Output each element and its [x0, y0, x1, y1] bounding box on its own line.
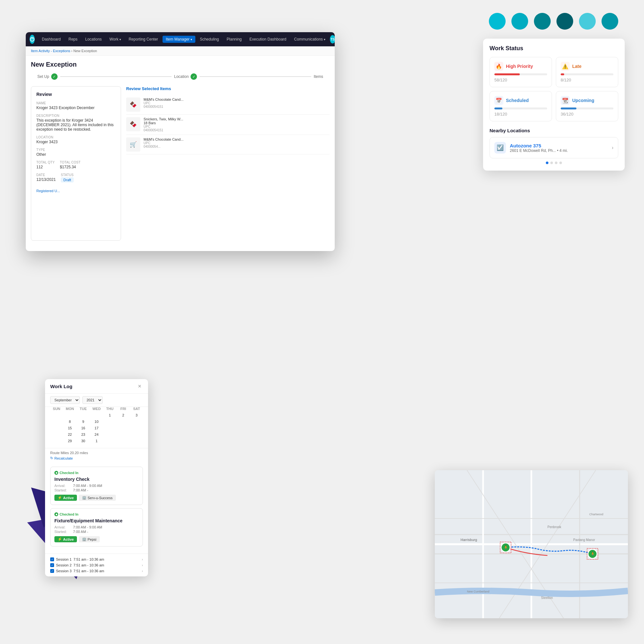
started-label-1: Started: [54, 488, 72, 492]
item-name-1: M&M's Chocolate Cand... [144, 98, 183, 101]
location-address: 2601 E McDowell Rd, Ph... • 4 mi. [510, 148, 608, 153]
cal-day[interactable]: 16 [77, 425, 89, 431]
cal-day[interactable]: 17 [90, 425, 103, 431]
breadcrumb-link[interactable]: Item Activity - Exceptions [31, 49, 70, 53]
cal-h-wed: WED [90, 407, 103, 411]
ws-late-label: Late [572, 64, 582, 69]
nav-scheduling[interactable]: Scheduling [197, 36, 222, 43]
item-thumb-2: 🍫 [126, 117, 140, 131]
cal-day[interactable]: 9 [77, 418, 89, 425]
work-log-title: Work Log [50, 384, 72, 389]
badge1-label-1: Active [63, 496, 74, 500]
nav-locations[interactable]: Locations [82, 36, 105, 43]
nav-dashboard[interactable]: Dashboard [39, 36, 64, 43]
session-chevron-3[interactable]: › [142, 569, 143, 573]
cal-day[interactable] [104, 425, 116, 431]
cal-day[interactable] [50, 418, 63, 425]
cal-day[interactable] [104, 431, 116, 438]
arrival-value-2: 7:00 AM - 9:00 AM [73, 525, 102, 529]
cal-day[interactable] [50, 431, 63, 438]
cal-day[interactable] [63, 412, 76, 418]
cal-day[interactable]: 2 [117, 412, 129, 418]
step-line-2 [200, 76, 311, 77]
cal-day[interactable]: 23 [77, 431, 89, 438]
cal-day[interactable] [117, 418, 129, 425]
cal-day[interactable] [117, 438, 129, 444]
recalculate-button[interactable]: ↻ Recalculate [50, 456, 73, 460]
nav-user[interactable]: TS Tony Stark ▾ [330, 35, 335, 44]
checked-in-label-2: Checked In [60, 512, 79, 516]
page-title: New Exception [31, 61, 330, 68]
step-location-check: ✓ [191, 73, 197, 80]
nav-communications[interactable]: Communications [291, 36, 329, 43]
cal-day[interactable] [130, 418, 143, 425]
cal-day[interactable] [104, 438, 116, 444]
cal-day[interactable] [50, 425, 63, 431]
ws-up-icon: 📆 [561, 96, 570, 105]
cal-day[interactable]: 22 [63, 431, 76, 438]
cal-day[interactable]: 1 [90, 438, 103, 444]
location-arrow-icon: › [612, 145, 613, 151]
deco-circle-5 [579, 13, 596, 30]
month-select[interactable]: September [50, 396, 80, 404]
map-container[interactable]: Harrisburg Penbrook Paxtang Manor Chartw… [435, 470, 628, 618]
cal-day[interactable]: 29 [63, 438, 76, 444]
item-upc-3: 04000054... [144, 145, 183, 148]
cal-day[interactable]: 1 [104, 412, 116, 418]
work-log-card: Work Log ✕ September 2021 SUN MON TUE WE… [45, 379, 148, 576]
cal-day[interactable]: 8 [63, 418, 76, 425]
cal-day[interactable] [104, 418, 116, 425]
item-sub-2: 18 Bars [144, 121, 183, 125]
svg-text:New Cumberland: New Cumberland [467, 590, 490, 593]
ws-hp-fill [494, 73, 520, 75]
cal-day[interactable] [130, 438, 143, 444]
field-loc-label: Location [36, 135, 116, 139]
ws-sched-label: Scheduled [506, 98, 529, 103]
checked-in-dot-2 [54, 512, 58, 516]
cal-day[interactable]: 15 [63, 425, 76, 431]
cal-day[interactable] [50, 438, 63, 444]
cal-day[interactable] [130, 431, 143, 438]
close-button[interactable]: ✕ [136, 383, 143, 389]
session-chevron-1[interactable]: › [142, 558, 143, 561]
field-desc-label: Description [36, 114, 116, 117]
field-name-label: Name [36, 101, 116, 105]
registered-user-link[interactable]: Registered U... [36, 189, 116, 193]
badge1-label-2: Active [63, 537, 74, 541]
cal-day[interactable] [130, 425, 143, 431]
field-row-date-status: Date 12/13/2021 Status Draft [36, 173, 116, 186]
nav-item-manager[interactable]: Item Manager [163, 36, 195, 43]
year-select[interactable]: 2021 [82, 396, 103, 404]
session-time-2: 7:51 am - 10:36 am [73, 563, 104, 567]
location-dots [490, 162, 618, 164]
cal-day[interactable] [77, 412, 89, 418]
session-chevron-2[interactable]: › [142, 564, 143, 567]
cal-day[interactable] [90, 412, 103, 418]
cal-day[interactable]: 30 [77, 438, 89, 444]
item-info-2: Snickers, Twix, Milky W... 18 Bars UPC 0… [144, 117, 183, 132]
cal-day[interactable] [117, 425, 129, 431]
ws-late-count: 8/120 [561, 77, 613, 82]
nav-planning[interactable]: Planning [223, 36, 245, 43]
cal-day[interactable]: 3 [130, 412, 143, 418]
checked-in-dot-1 [54, 471, 58, 475]
session-check-3: ✓ [50, 569, 54, 573]
cal-day[interactable]: 24 [90, 431, 103, 438]
work-status-grid: 🔥 High Priority 58/120 ⚠️ Late 8/120 [490, 57, 618, 121]
location-card[interactable]: ☑️ Autozone 375 2601 E McDowell Rd, Ph..… [490, 137, 618, 158]
ws-late-header: ⚠️ Late [561, 62, 613, 71]
nav-reporting[interactable]: Reporting Center [126, 36, 161, 43]
session-label-2: Session 2 [56, 563, 71, 567]
loc-dot-3 [555, 162, 557, 164]
ws-sched-bar [494, 107, 547, 109]
nav-execution[interactable]: Execution Dashboard [246, 36, 290, 43]
cal-day[interactable] [50, 412, 63, 418]
svg-point-0 [30, 37, 34, 41]
cal-h-thu: THU [104, 407, 116, 411]
ws-late-bar [561, 73, 613, 75]
cal-day[interactable]: 10 [90, 418, 103, 425]
breadcrumb-current: New Exception [73, 49, 97, 53]
nav-reps[interactable]: Reps [65, 36, 81, 43]
nav-work[interactable]: Work [106, 36, 124, 43]
cal-day[interactable] [117, 431, 129, 438]
